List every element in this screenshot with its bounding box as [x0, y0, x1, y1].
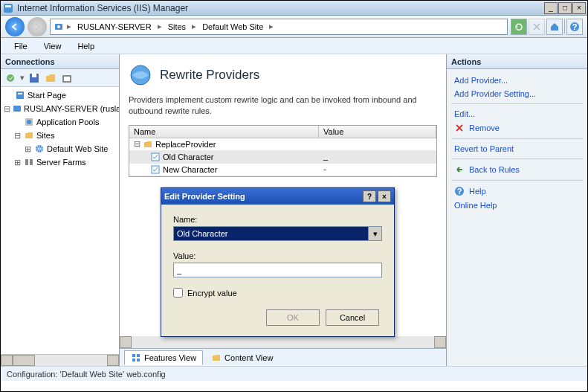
start-page-icon	[14, 89, 26, 101]
collapse-icon[interactable]: ⊟	[4, 104, 10, 114]
menu-view[interactable]: View	[36, 40, 69, 52]
svg-text:?: ?	[572, 22, 578, 31]
tree-app-pools[interactable]: Application Pools	[2, 115, 117, 129]
addressbar[interactable]: ▸ RUSLANY-SERVER ▸ Sites ▸ Default Web S…	[50, 19, 508, 35]
save-button[interactable]	[28, 71, 41, 85]
scroll-left-button[interactable]	[1, 355, 13, 366]
dropdown-icon[interactable]: ▾	[20, 73, 25, 83]
titlebar: Internet Information Services (IIS) Mana…	[1, 1, 587, 16]
svg-rect-8	[32, 74, 36, 77]
separator	[451, 103, 583, 104]
content-scrollbar[interactable]	[120, 336, 446, 348]
action-add-setting[interactable]: Add Provider Setting...	[447, 87, 587, 100]
statusbar: Configuration: 'Default Web Site' web.co…	[1, 366, 587, 381]
action-help[interactable]: ? Help	[447, 184, 587, 199]
help-icon: ?	[454, 186, 465, 196]
tree-start-page[interactable]: Start Page	[2, 89, 117, 102]
open-button[interactable]	[44, 71, 57, 85]
setting-icon	[150, 164, 161, 175]
scroll-left-button[interactable]	[120, 336, 132, 348]
svg-rect-18	[30, 159, 33, 165]
scroll-right-button[interactable]	[434, 336, 446, 348]
actions-panel: Actions Add Provider... Add Provider Set…	[446, 54, 587, 366]
home-button[interactable]	[546, 19, 563, 35]
refresh-button[interactable]	[511, 19, 527, 35]
expand-icon[interactable]: ⊞	[23, 144, 32, 154]
navbar: ▸ RUSLANY-SERVER ▸ Sites ▸ Default Web S…	[1, 16, 587, 38]
connections-scrollbar[interactable]	[1, 354, 119, 366]
folder-icon	[23, 129, 35, 141]
forward-button[interactable]	[28, 17, 47, 36]
page-title: Rewrite Providers	[160, 68, 259, 83]
tree-server[interactable]: ⊟ RUSLANY-SERVER (ruslany)	[2, 102, 117, 115]
grid-row-setting[interactable]: Old Character _	[129, 151, 436, 164]
setting-icon	[150, 152, 161, 162]
minimize-button[interactable]: _	[544, 2, 558, 14]
back-arrow-icon	[454, 164, 465, 175]
column-value[interactable]: Value	[319, 126, 436, 138]
value-label: Value:	[173, 251, 382, 260]
up-button[interactable]	[60, 71, 74, 85]
connect-button[interactable]	[4, 71, 17, 85]
svg-point-6	[7, 74, 14, 82]
value-input[interactable]	[173, 263, 382, 277]
svg-text:?: ?	[457, 187, 462, 196]
grid-row-setting[interactable]: New Character -	[129, 164, 436, 176]
iis-icon	[2, 2, 14, 14]
tree-sites[interactable]: ⊟ Sites	[2, 129, 117, 142]
ok-button[interactable]: OK	[266, 309, 320, 326]
actions-header: Actions	[447, 54, 587, 69]
menu-file[interactable]: File	[7, 40, 35, 52]
breadcrumb-sites[interactable]: Sites	[165, 22, 189, 31]
server-farms-icon	[23, 156, 35, 168]
action-revert[interactable]: Revert to Parent	[447, 142, 587, 155]
breadcrumb-server[interactable]: RUSLANY-SERVER	[74, 22, 155, 31]
cancel-button[interactable]: Cancel	[326, 309, 379, 326]
window-title: Internet Information Services (IIS) Mana…	[17, 3, 543, 13]
svg-point-3	[57, 25, 60, 28]
encrypt-label: Encrypt value	[187, 289, 237, 298]
action-edit[interactable]: Edit...	[447, 107, 587, 121]
scroll-thumb[interactable]	[13, 355, 35, 366]
scroll-right-button[interactable]	[107, 355, 119, 366]
stop-button[interactable]	[529, 19, 545, 35]
maximize-button[interactable]: □	[558, 2, 572, 14]
action-back-to-rules[interactable]: Back to Rules	[447, 162, 587, 177]
tab-features-view[interactable]: Features View	[124, 350, 203, 365]
chevron-down-icon[interactable]: ▾	[368, 227, 381, 240]
encrypt-checkbox[interactable]	[173, 288, 183, 298]
dialog-titlebar[interactable]: Edit Provider Setting ? ×	[161, 188, 394, 205]
action-online-help[interactable]: Online Help	[447, 199, 587, 212]
dialog-title-text: Edit Provider Setting	[164, 192, 361, 201]
grid-row-provider[interactable]: ⊟ReplaceProvider	[129, 138, 436, 151]
svg-rect-23	[132, 354, 135, 357]
dialog-close-button[interactable]: ×	[378, 190, 391, 202]
help-dropdown-button[interactable]: ?	[566, 19, 583, 35]
menu-help[interactable]: Help	[70, 40, 102, 52]
tree-server-farms[interactable]: ⊞ Server Farms	[2, 155, 117, 169]
page-description: Providers implement custom rewrite logic…	[129, 94, 437, 118]
back-button[interactable]	[5, 17, 25, 36]
collapse-icon[interactable]: ⊟	[134, 139, 140, 149]
connections-panel: Connections ▾ Start Page ⊟ RUSLANY-SERVE…	[1, 54, 120, 366]
server-icon	[12, 103, 22, 115]
status-text: Configuration: 'Default Web Site' web.co…	[7, 370, 166, 379]
action-remove[interactable]: Remove	[447, 121, 587, 135]
menubar: File View Help	[1, 38, 587, 54]
name-label: Name:	[173, 215, 382, 224]
svg-rect-13	[13, 106, 21, 112]
svg-rect-0	[4, 4, 13, 13]
dialog-help-button[interactable]: ?	[363, 190, 376, 202]
expand-icon[interactable]: ⊞	[13, 158, 22, 167]
tab-content-view[interactable]: Content View	[204, 350, 280, 365]
action-add-provider[interactable]: Add Provider...	[447, 74, 587, 87]
name-combobox[interactable]: Old Character ▾	[173, 226, 382, 241]
tree-default-site[interactable]: ⊞ Default Web Site	[2, 142, 117, 155]
collapse-icon[interactable]: ⊟	[13, 131, 22, 141]
svg-rect-10	[64, 77, 70, 81]
breadcrumb-site[interactable]: Default Web Site	[199, 22, 266, 31]
remove-icon	[454, 123, 465, 133]
close-button[interactable]: ×	[572, 2, 586, 14]
features-icon	[131, 353, 141, 363]
column-name[interactable]: Name	[129, 126, 319, 138]
